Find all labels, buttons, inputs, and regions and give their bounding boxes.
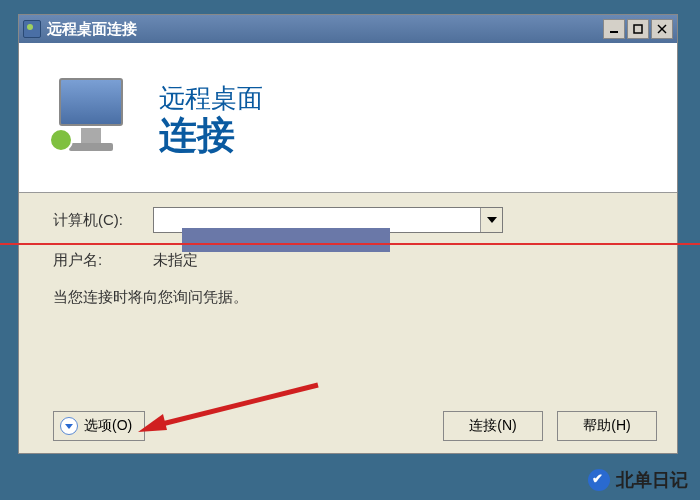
- computer-label: 计算机(C):: [53, 211, 153, 230]
- header-line2: 连接: [159, 116, 263, 154]
- header-text: 远程桌面 连接: [159, 81, 263, 154]
- chevron-down-icon: [60, 417, 78, 435]
- header-banner: 远程桌面 连接: [19, 43, 677, 193]
- connect-button[interactable]: 连接(N): [443, 411, 543, 441]
- watermark: 北单日记: [588, 468, 688, 492]
- svg-marker-4: [487, 217, 497, 223]
- dropdown-button[interactable]: [480, 208, 502, 232]
- svg-marker-5: [65, 424, 73, 429]
- redaction-overlay: [182, 228, 390, 252]
- watermark-text: 北单日记: [616, 468, 688, 492]
- svg-rect-1: [634, 25, 642, 33]
- app-icon: [23, 20, 41, 38]
- username-label: 用户名:: [53, 251, 153, 270]
- help-button[interactable]: 帮助(H): [557, 411, 657, 441]
- credential-info: 当您连接时将向您询问凭据。: [53, 288, 643, 307]
- window-controls: [601, 19, 673, 39]
- window-title: 远程桌面连接: [47, 20, 601, 39]
- annotation-line: [0, 243, 700, 245]
- options-label: 选项(O): [84, 417, 132, 435]
- minimize-button[interactable]: [603, 19, 625, 39]
- close-button[interactable]: [651, 19, 673, 39]
- rdc-icon: [49, 73, 139, 163]
- titlebar[interactable]: 远程桌面连接: [19, 15, 677, 43]
- username-value: 未指定: [153, 251, 198, 270]
- header-line1: 远程桌面: [159, 81, 263, 116]
- options-button[interactable]: 选项(O): [53, 411, 145, 441]
- watermark-icon: [588, 469, 610, 491]
- footer: 选项(O) 连接(N) 帮助(H): [53, 411, 657, 441]
- maximize-button[interactable]: [627, 19, 649, 39]
- username-row: 用户名: 未指定: [53, 251, 643, 270]
